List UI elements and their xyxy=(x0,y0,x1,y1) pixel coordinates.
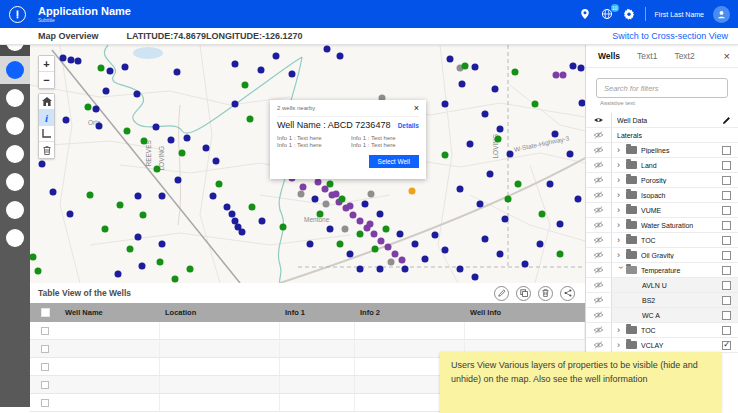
well-marker[interactable] xyxy=(107,68,114,75)
gear-icon[interactable] xyxy=(623,8,636,21)
measure-button[interactable] xyxy=(39,126,54,142)
well-marker[interactable] xyxy=(362,201,369,208)
well-marker[interactable] xyxy=(273,53,280,60)
well-marker[interactable] xyxy=(117,202,124,209)
well-marker[interactable] xyxy=(315,179,322,186)
eye-off-icon[interactable] xyxy=(586,158,612,172)
layer-row-oil-gravity[interactable]: ›Oil Gravity xyxy=(586,248,738,263)
well-marker[interactable] xyxy=(98,65,105,72)
switch-view-link[interactable]: Switch to Cross-section View xyxy=(612,31,728,41)
well-marker[interactable] xyxy=(472,64,479,71)
well-marker[interactable] xyxy=(487,171,494,178)
globe-icon[interactable]: 10 xyxy=(601,8,614,21)
well-marker[interactable] xyxy=(135,234,142,241)
well-marker[interactable] xyxy=(502,216,509,223)
well-marker[interactable] xyxy=(339,196,346,203)
edit-pencil-icon[interactable] xyxy=(722,111,731,129)
layer-checkbox[interactable] xyxy=(722,266,731,275)
well-marker[interactable] xyxy=(378,238,385,245)
well-marker[interactable] xyxy=(141,138,148,145)
well-marker[interactable] xyxy=(122,64,129,71)
chevron-down-icon[interactable]: › xyxy=(617,266,625,274)
well-marker[interactable] xyxy=(570,63,577,70)
well-marker[interactable] xyxy=(337,241,344,248)
well-marker[interactable] xyxy=(459,81,466,88)
well-marker[interactable] xyxy=(184,135,191,142)
home-button[interactable] xyxy=(39,94,54,110)
sidebar-item-3[interactable] xyxy=(0,84,30,112)
select-well-button[interactable]: Select Well xyxy=(369,155,419,168)
well-marker[interactable] xyxy=(139,263,146,270)
well-marker[interactable] xyxy=(300,184,307,191)
delete-icon[interactable] xyxy=(538,286,553,301)
well-marker[interactable] xyxy=(412,241,419,248)
filter-search-input[interactable] xyxy=(597,84,727,93)
row-checkbox[interactable] xyxy=(41,381,49,389)
well-marker[interactable] xyxy=(159,241,166,248)
layer-checkbox[interactable] xyxy=(722,161,731,170)
well-marker[interactable] xyxy=(154,166,161,173)
well-marker[interactable] xyxy=(327,226,334,233)
layer-row-porosity[interactable]: ›Porosity xyxy=(586,173,738,188)
share-icon[interactable] xyxy=(560,286,575,301)
well-marker[interactable] xyxy=(124,128,131,135)
well-marker[interactable] xyxy=(575,196,582,203)
eye-off-icon[interactable] xyxy=(586,263,612,277)
layer-row-pipelines[interactable]: ›Pipelines xyxy=(586,143,738,158)
well-marker[interactable] xyxy=(371,231,378,238)
chevron-right-icon[interactable]: › xyxy=(617,341,625,349)
layer-row-well-data[interactable]: Well Data xyxy=(586,113,738,128)
well-marker[interactable] xyxy=(482,236,489,243)
sidebar-item-6[interactable] xyxy=(0,168,30,196)
well-marker[interactable] xyxy=(397,231,404,238)
well-marker[interactable] xyxy=(377,211,384,218)
well-marker[interactable] xyxy=(442,247,449,254)
well-marker[interactable] xyxy=(30,254,37,261)
layer-checkbox[interactable] xyxy=(722,206,731,215)
layer-row-land[interactable]: ›Land xyxy=(586,158,738,173)
well-marker[interactable] xyxy=(327,181,334,188)
well-marker[interactable] xyxy=(134,91,141,98)
tab-text2[interactable]: Text2 xyxy=(674,51,694,61)
well-marker[interactable] xyxy=(187,266,194,273)
eye-off-icon[interactable] xyxy=(586,338,612,352)
well-marker[interactable] xyxy=(492,86,499,93)
layer-row-vume[interactable]: ›VUME xyxy=(586,203,738,218)
row-checkbox[interactable] xyxy=(41,327,49,335)
layer-row-toc[interactable]: ›TOC xyxy=(586,233,738,248)
well-marker[interactable] xyxy=(567,151,574,158)
well-marker[interactable] xyxy=(557,251,564,258)
well-marker[interactable] xyxy=(368,191,375,198)
layer-checkbox[interactable] xyxy=(722,191,731,200)
well-marker[interactable] xyxy=(85,104,92,111)
eye-off-icon[interactable] xyxy=(586,248,612,262)
eye-off-icon[interactable] xyxy=(586,278,612,292)
well-marker[interactable] xyxy=(127,246,134,253)
layer-checkbox[interactable] xyxy=(722,176,731,185)
layer-checkbox[interactable] xyxy=(722,221,731,230)
well-marker[interactable] xyxy=(232,101,239,108)
well-marker[interactable] xyxy=(103,88,110,95)
well-marker[interactable] xyxy=(350,212,357,219)
layer-checkbox[interactable] xyxy=(722,281,731,290)
chevron-right-icon[interactable]: › xyxy=(617,251,625,259)
well-marker[interactable] xyxy=(307,241,314,248)
layer-row-vclay[interactable]: ›VCLAY✓ xyxy=(586,338,738,353)
well-marker[interactable] xyxy=(578,65,585,72)
eye-icon[interactable] xyxy=(586,113,612,127)
eye-off-icon[interactable] xyxy=(586,233,612,247)
well-marker[interactable] xyxy=(210,193,217,200)
copy-icon[interactable] xyxy=(516,286,531,301)
well-marker[interactable] xyxy=(532,101,539,108)
details-link[interactable]: Details xyxy=(398,122,419,129)
well-marker[interactable] xyxy=(323,201,330,208)
well-marker[interactable] xyxy=(505,196,512,203)
well-marker[interactable] xyxy=(242,82,249,89)
zoom-out-button[interactable]: − xyxy=(39,72,54,88)
well-marker[interactable] xyxy=(68,57,75,64)
well-marker[interactable] xyxy=(522,261,529,268)
well-marker[interactable] xyxy=(497,251,504,258)
well-marker[interactable] xyxy=(482,111,489,118)
layer-checkbox[interactable] xyxy=(722,311,731,320)
tab-text1[interactable]: Text1 xyxy=(637,51,657,61)
